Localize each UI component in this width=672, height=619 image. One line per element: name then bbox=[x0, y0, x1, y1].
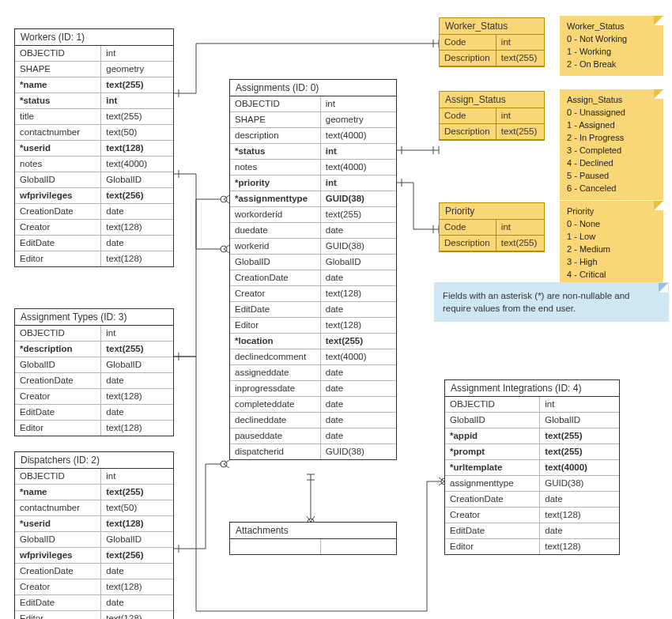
field-row: GlobalIDGlobalID bbox=[445, 413, 619, 428]
entity-body: OBJECTIDintSHAPEgeometrydescriptiontext(… bbox=[230, 96, 396, 459]
field-row: Creatortext(128) bbox=[230, 286, 396, 302]
field-name: Editor bbox=[445, 539, 540, 554]
field-name: *name bbox=[15, 77, 101, 92]
field-name: title bbox=[15, 109, 101, 124]
field-type: int bbox=[101, 326, 173, 341]
field-row: wfprivilegestext(256) bbox=[15, 188, 173, 204]
field-name: pauseddate bbox=[230, 428, 321, 443]
field-type: text(128) bbox=[101, 516, 173, 531]
field-type: int bbox=[496, 35, 544, 50]
note-fold-icon bbox=[654, 201, 663, 210]
field-row: descriptiontext(4000) bbox=[230, 128, 396, 144]
field-type: GUID(38) bbox=[321, 444, 396, 459]
field-type: text(4000) bbox=[321, 349, 396, 364]
field-type: date bbox=[321, 365, 396, 380]
field-row: notestext(4000) bbox=[15, 157, 173, 172]
field-row: SHAPEgeometry bbox=[230, 112, 396, 128]
field-type: date bbox=[321, 428, 396, 443]
field-name: GlobalID bbox=[15, 172, 101, 187]
field-name: declinedcomment bbox=[230, 349, 321, 364]
field-type: text(255) bbox=[101, 485, 173, 500]
field-type: text(4000) bbox=[540, 460, 619, 475]
field-row: Codeint bbox=[440, 220, 544, 236]
field-name: *prompt bbox=[445, 444, 540, 459]
field-name: EditDate bbox=[230, 302, 321, 317]
field-name: *urltemplate bbox=[445, 460, 540, 475]
lookup-body: CodeintDescriptiontext(255) bbox=[440, 108, 544, 140]
field-name: OBJECTID bbox=[15, 326, 101, 341]
field-row: *useridtext(128) bbox=[15, 141, 173, 157]
field-name: GlobalID bbox=[15, 357, 101, 372]
field-type: date bbox=[321, 302, 396, 317]
field-name: GlobalID bbox=[230, 255, 321, 270]
field-row: *urltemplatetext(4000) bbox=[445, 460, 619, 476]
field-name: assignmenttype bbox=[445, 476, 540, 491]
field-type: text(4000) bbox=[101, 157, 173, 172]
field-row: GlobalIDGlobalID bbox=[15, 172, 173, 188]
field-type: int bbox=[101, 46, 173, 61]
field-name: contactnumber bbox=[15, 125, 101, 140]
field-name: Code bbox=[440, 35, 496, 50]
field-row: SHAPEgeometry bbox=[15, 62, 173, 77]
svg-point-3 bbox=[221, 461, 227, 467]
field-row: Editortext(128) bbox=[230, 318, 396, 334]
lookup-priority: Priority CodeintDescriptiontext(255) bbox=[439, 202, 545, 252]
field-type: geometry bbox=[321, 112, 396, 127]
lookup-assign-status: Assign_Status CodeintDescriptiontext(255… bbox=[439, 91, 545, 141]
field-row: OBJECTIDint bbox=[445, 397, 619, 413]
lookup-title: Worker_Status bbox=[440, 18, 544, 35]
field-name: workerid bbox=[230, 239, 321, 254]
field-row: Editortext(128) bbox=[15, 251, 173, 266]
field-type: GlobalID bbox=[101, 172, 173, 187]
entity-title: Assignment Integrations (ID: 4) bbox=[445, 380, 619, 397]
field-row: *nametext(255) bbox=[15, 77, 173, 93]
field-name: workorderid bbox=[230, 207, 321, 222]
field-type: text(255) bbox=[321, 334, 396, 349]
field-type: text(128) bbox=[321, 286, 396, 301]
field-name: Code bbox=[440, 220, 496, 235]
field-type: int bbox=[321, 96, 396, 111]
field-row: notestext(4000) bbox=[230, 160, 396, 176]
field-name: CreationDate bbox=[15, 564, 101, 579]
field-type: GlobalID bbox=[101, 532, 173, 547]
entity-title: Assignment Types (ID: 3) bbox=[15, 309, 173, 326]
field-type: date bbox=[101, 373, 173, 388]
field-row: CreationDatedate bbox=[230, 270, 396, 286]
field-name: contactnumber bbox=[15, 500, 101, 515]
entity-body: OBJECTIDint*nametext(255)contactnumberte… bbox=[15, 469, 173, 619]
field-row: *statusint bbox=[15, 93, 173, 109]
field-type: date bbox=[321, 223, 396, 238]
field-row: OBJECTIDint bbox=[15, 46, 173, 62]
field-name: notes bbox=[230, 160, 321, 175]
field-row: EditDatedate bbox=[15, 236, 173, 251]
diagram-stage: Workers (ID: 1) OBJECTIDintSHAPEgeometry… bbox=[0, 0, 672, 619]
field-type: text(4000) bbox=[321, 128, 396, 143]
entity-dispatchers: Dispatchers (ID: 2) OBJECTIDint*nametext… bbox=[14, 451, 174, 619]
field-type: GlobalID bbox=[540, 413, 619, 428]
field-name: Creator bbox=[445, 508, 540, 523]
field-name: *name bbox=[15, 485, 101, 500]
field-name: wfprivileges bbox=[15, 548, 101, 563]
field-row: Descriptiontext(255) bbox=[440, 51, 544, 66]
lookup-body: CodeintDescriptiontext(255) bbox=[440, 220, 544, 251]
field-row: OBJECTIDint bbox=[15, 326, 173, 342]
field-row: CreationDatedate bbox=[15, 204, 173, 220]
field-row: Creatortext(128) bbox=[15, 579, 173, 595]
field-name: OBJECTID bbox=[230, 96, 321, 111]
field-type: text(255) bbox=[101, 342, 173, 357]
field-type bbox=[321, 539, 396, 554]
field-type: date bbox=[321, 270, 396, 285]
field-type: text(256) bbox=[101, 188, 173, 203]
field-type: text(128) bbox=[101, 421, 173, 436]
field-name: EditDate bbox=[15, 595, 101, 610]
entity-title: Workers (ID: 1) bbox=[15, 29, 173, 46]
field-row: CreationDatedate bbox=[15, 564, 173, 579]
field-type: text(128) bbox=[101, 389, 173, 404]
field-type: GUID(38) bbox=[321, 191, 396, 206]
field-row: pauseddatedate bbox=[230, 428, 396, 444]
lookup-body: CodeintDescriptiontext(255) bbox=[440, 35, 544, 66]
field-type: text(128) bbox=[101, 220, 173, 235]
field-name: Creator bbox=[15, 220, 101, 235]
field-name: *userid bbox=[15, 141, 101, 156]
field-row: *appidtext(255) bbox=[445, 428, 619, 444]
